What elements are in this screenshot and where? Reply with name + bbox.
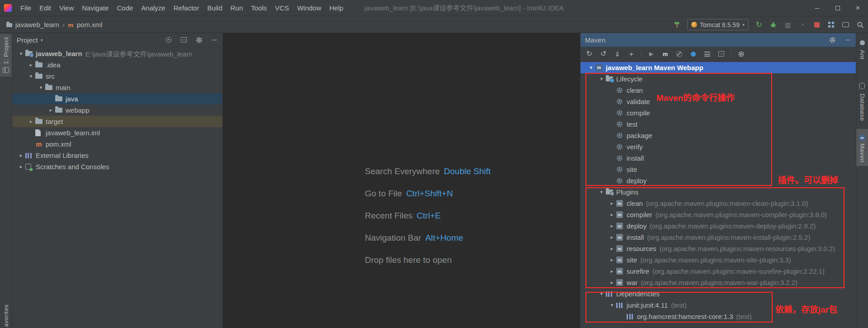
hide-button[interactable]: ─ — [210, 36, 219, 44]
chevron-down-icon[interactable]: ▾ — [597, 76, 606, 82]
menu-build[interactable]: Build — [203, 0, 226, 16]
close-button[interactable]: × — [848, 0, 868, 16]
chevron-right-icon[interactable]: ▸ — [608, 268, 616, 274]
menu-file[interactable]: File — [16, 0, 35, 16]
tree-item-install[interactable]: ▸minstall(org.apache.maven.plugins:maven… — [580, 232, 856, 243]
tool-stripe-tab-favorites[interactable]: avorites — [0, 304, 12, 327]
tree-item-javaweb-learn-maven-webapp[interactable]: ▾mjavaweb_learn Maven Webapp — [580, 62, 856, 73]
tree-item-deploy[interactable]: deploy — [580, 175, 856, 186]
menu-run[interactable]: Run — [226, 0, 247, 16]
build-hammer-button[interactable] — [673, 20, 681, 29]
tree-item-clean[interactable]: ▸mclean(org.apache.maven.plugins:maven-c… — [580, 198, 856, 209]
generate-sources-button[interactable]: ↺ — [599, 50, 608, 58]
profiler-button[interactable]: ◔ — [798, 20, 807, 29]
tree-item-clean[interactable]: clean — [580, 85, 856, 96]
project-panel-title-group[interactable]: Project ▾ — [17, 36, 43, 44]
settings-button[interactable] — [195, 36, 203, 44]
download-sources-button[interactable]: ⇓ — [613, 50, 622, 58]
maven-settings-button[interactable] — [737, 50, 745, 58]
debug-button[interactable] — [769, 20, 778, 29]
tree-item-pom-xml[interactable]: mpom.xml — [12, 138, 222, 150]
minimize-button[interactable]: ─ — [807, 0, 827, 16]
hide-button[interactable]: ─ — [844, 36, 852, 44]
show-dependencies-button[interactable] — [703, 50, 712, 58]
tree-item-compiler[interactable]: ▸mcompiler(org.apache.maven.plugins:mave… — [580, 209, 856, 220]
chevron-right-icon[interactable]: ▸ — [27, 62, 35, 68]
tree-item-junit-junit-4-11[interactable]: ▾junit:junit:4.11(test) — [580, 299, 856, 311]
tool-stripe-tab-ant[interactable]: Ant — [856, 35, 868, 63]
menu-analyze[interactable]: Analyze — [137, 0, 169, 16]
stop-button[interactable] — [812, 20, 821, 29]
menu-vcs[interactable]: VCS — [271, 0, 293, 16]
collapse-all-button[interactable]: − — [717, 50, 726, 58]
tree-item-site[interactable]: ▸msite(org.apache.maven.plugins:maven-si… — [580, 254, 856, 266]
coverage-button[interactable]: ▥ — [783, 20, 792, 29]
chevron-right-icon[interactable]: ▸ — [608, 257, 616, 263]
tree-item-validate[interactable]: validate — [580, 96, 856, 107]
tree-item-scratches-and-consoles[interactable]: ▸Scratches and Consoles — [12, 161, 222, 172]
tree-item-plugins[interactable]: ▾Plugins — [580, 186, 856, 198]
tree-item-site[interactable]: site — [580, 164, 856, 175]
search-button[interactable] — [856, 20, 864, 29]
menu-window[interactable]: Window — [293, 0, 325, 16]
menu-refactor[interactable]: Refactor — [170, 0, 203, 16]
tree-item-resources[interactable]: ▸mresources(org.apache.maven.plugins:mav… — [580, 243, 856, 254]
execute-goal-button[interactable]: m — [661, 50, 670, 58]
menu-view[interactable]: View — [55, 0, 78, 16]
chevron-down-icon[interactable]: ▾ — [597, 189, 606, 195]
locate-button[interactable] — [164, 36, 173, 44]
tree-item-war[interactable]: ▸mwar(org.apache.maven.plugins:maven-war… — [580, 277, 856, 288]
chevron-down-icon[interactable]: ▾ — [597, 291, 606, 297]
tree-item-idea[interactable]: ▸.idea — [12, 59, 222, 71]
chevron-down-icon[interactable]: ▾ — [27, 73, 35, 79]
settings-button[interactable] — [828, 36, 837, 44]
chevron-right-icon[interactable]: ▸ — [608, 200, 616, 206]
chevron-down-icon[interactable]: ▾ — [17, 51, 25, 57]
tree-item-lifecycle[interactable]: ▾Lifecycle — [580, 73, 856, 85]
breadcrumb-item-pom-xml[interactable]: pom.xml — [77, 21, 103, 29]
tree-item-surefire[interactable]: ▸msurefire(org.apache.maven.plugins:mave… — [580, 266, 856, 277]
tree-item-compile[interactable]: compile — [580, 107, 856, 119]
tree-item-org-hamcrest-hamcrest-core-1-3[interactable]: org.hamcrest:hamcrest-core:1.3(test) — [580, 311, 856, 322]
tree-item-main[interactable]: ▾main — [12, 82, 222, 93]
chevron-right-icon[interactable]: ▸ — [608, 234, 616, 240]
tool-stripe-tab-project[interactable]: 1: Project — [0, 34, 12, 76]
menu-navigate[interactable]: Navigate — [78, 0, 113, 16]
offline-mode-button[interactable] — [689, 50, 698, 58]
chevron-right-icon[interactable]: ▸ — [608, 223, 616, 229]
tree-item-verify[interactable]: verify — [580, 141, 856, 152]
run-configuration-select[interactable]: Tomcat 8.5.59 ▾ — [687, 19, 749, 30]
chevron-right-icon[interactable]: ▸ — [608, 246, 616, 252]
chevron-down-icon[interactable]: ▾ — [37, 85, 45, 90]
tool-stripe-tab-database[interactable]: Database — [856, 79, 868, 124]
tree-item-target[interactable]: ▸target — [12, 116, 222, 127]
tree-item-java[interactable]: java — [12, 93, 222, 105]
skip-tests-button[interactable] — [675, 50, 684, 58]
maximize-button[interactable] — [827, 0, 848, 16]
menu-edit[interactable]: Edit — [35, 0, 55, 16]
chevron-right-icon[interactable]: ▸ — [47, 107, 55, 113]
tree-item-test[interactable]: test — [580, 119, 856, 130]
tree-item-package[interactable]: package — [580, 130, 856, 141]
menu-help[interactable]: Help — [326, 0, 348, 16]
rerun-button[interactable]: ↻ — [755, 20, 763, 29]
chevron-right-icon[interactable]: ▸ — [17, 152, 25, 158]
tree-item-javaweb-learn[interactable]: ▾javaweb_learnE:\java课设参考文件\javaweb_lear… — [12, 48, 222, 59]
chevron-down-icon[interactable]: ▾ — [608, 302, 616, 308]
tree-item-dependencies[interactable]: ▾Dependencies — [580, 288, 856, 299]
tree-item-javaweb-learn-iml[interactable]: javaweb_learn.iml — [12, 127, 222, 138]
tree-item-install[interactable]: install — [580, 152, 856, 164]
tree-item-src[interactable]: ▾src — [12, 71, 222, 82]
run-build-button[interactable]: ▶ — [647, 50, 656, 58]
collapse-all-button[interactable]: − — [179, 36, 188, 44]
terminal-button[interactable] — [841, 20, 850, 29]
tree-item-webapp[interactable]: ▸webapp — [12, 105, 222, 116]
menu-code[interactable]: Code — [113, 0, 137, 16]
refresh-button[interactable]: ↻ — [585, 50, 594, 58]
chevron-down-icon[interactable]: ▾ — [587, 65, 595, 71]
breadcrumb-item-javaweb-learn[interactable]: javaweb_learn — [15, 21, 59, 29]
chevron-right-icon[interactable]: ▸ — [17, 164, 25, 170]
add-maven-project-button[interactable]: + — [627, 50, 636, 58]
menu-tools[interactable]: Tools — [247, 0, 271, 16]
chevron-right-icon[interactable]: ▸ — [608, 280, 616, 285]
